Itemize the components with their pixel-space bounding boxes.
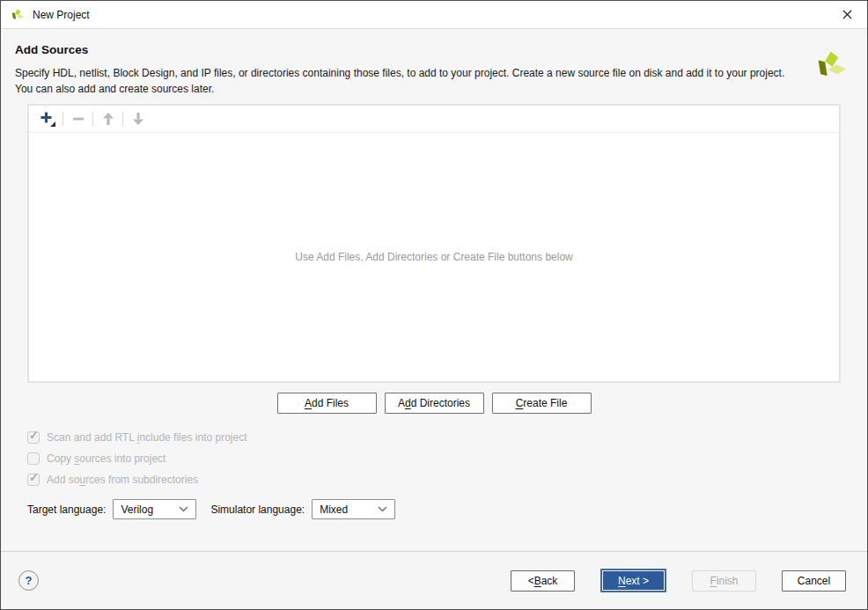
simulator-language-label: Simulator language: bbox=[210, 503, 305, 516]
cancel-button[interactable]: Cancel bbox=[782, 570, 846, 592]
remove-source-icon bbox=[66, 107, 90, 130]
simulator-language-select[interactable]: Mixed bbox=[312, 499, 395, 519]
window-title: New Project bbox=[33, 9, 90, 21]
language-settings: Target language: Verilog Simulator langu… bbox=[27, 499, 867, 519]
source-action-buttons: Add Files Add Directories Create File bbox=[1, 393, 867, 414]
wizard-footer: ? < Back Next > Finish Cancel bbox=[1, 551, 867, 609]
toolbar-separator bbox=[92, 112, 93, 126]
copy-sources-option: Copy sources into project bbox=[27, 448, 867, 469]
sources-list-empty-area[interactable]: Use Add Files, Add Directories or Create… bbox=[29, 133, 839, 381]
app-logo-icon bbox=[10, 8, 25, 21]
scan-rtl-includes-checkbox[interactable] bbox=[27, 431, 40, 444]
wizard-nav-buttons: < Back Next > Finish Cancel bbox=[511, 569, 846, 592]
checkbox-label: Copy sources into project bbox=[47, 452, 166, 465]
back-button[interactable]: < Back bbox=[511, 570, 575, 592]
toolbar-separator bbox=[63, 112, 63, 126]
chevron-down-icon bbox=[179, 506, 188, 512]
create-file-button[interactable]: Create File bbox=[492, 393, 592, 414]
add-source-icon[interactable] bbox=[36, 107, 60, 130]
checkbox-label: Add sources from subdirectories bbox=[47, 474, 198, 486]
add-files-button[interactable]: Add Files bbox=[277, 393, 377, 414]
new-project-dialog: New Project Add Sources Specify HDL, net… bbox=[0, 0, 868, 610]
close-icon[interactable] bbox=[828, 1, 867, 28]
page-description: Specify HDL, netlist, Block Design, and … bbox=[15, 65, 809, 97]
sources-toolbar bbox=[29, 106, 839, 133]
add-subdirectories-option: Add sources from subdirectories bbox=[27, 469, 867, 490]
toolbar-separator bbox=[122, 112, 123, 126]
wizard-header: Add Sources Specify HDL, netlist, Block … bbox=[1, 29, 867, 99]
target-language-select[interactable]: Verilog bbox=[113, 499, 196, 519]
scan-rtl-includes-option: Scan and add RTL include files into proj… bbox=[27, 427, 867, 448]
add-subdirectories-checkbox[interactable] bbox=[27, 474, 40, 486]
page-title: Add Sources bbox=[15, 43, 853, 56]
move-down-icon bbox=[126, 107, 150, 130]
chevron-down-icon bbox=[378, 506, 387, 512]
sources-panel: Use Add Files, Add Directories or Create… bbox=[27, 104, 841, 383]
vivado-logo-icon bbox=[813, 50, 848, 83]
target-language-label: Target language: bbox=[27, 503, 106, 516]
checkbox-label: Scan and add RTL include files into proj… bbox=[47, 431, 247, 444]
next-button[interactable]: Next > bbox=[600, 569, 666, 592]
empty-list-message: Use Add Files, Add Directories or Create… bbox=[295, 251, 572, 263]
add-directories-button[interactable]: Add Directories bbox=[385, 393, 484, 414]
finish-button: Finish bbox=[692, 570, 756, 592]
move-up-icon bbox=[96, 107, 120, 130]
titlebar: New Project bbox=[1, 1, 867, 29]
help-icon[interactable]: ? bbox=[18, 570, 39, 591]
source-options: Scan and add RTL include files into proj… bbox=[27, 427, 867, 490]
copy-sources-checkbox[interactable] bbox=[27, 452, 40, 465]
